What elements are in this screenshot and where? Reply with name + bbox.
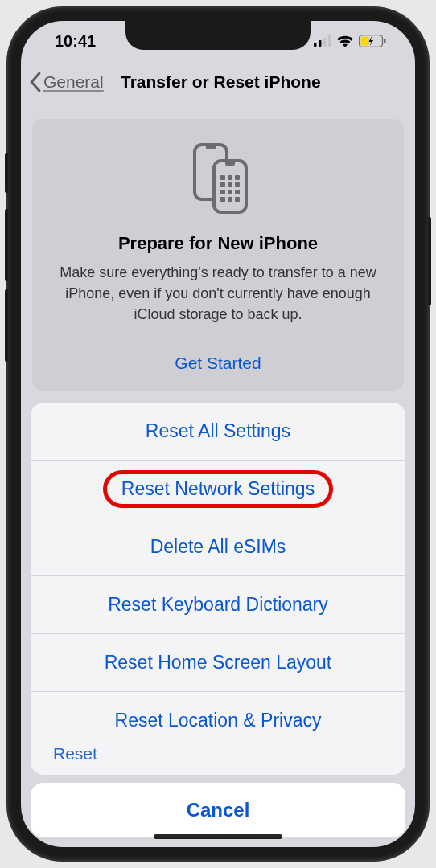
prepare-card: Prepare for New iPhone Make sure everyth…: [32, 119, 404, 391]
svg-rect-16: [235, 182, 240, 187]
reset-keyboard-dictionary-option[interactable]: Reset Keyboard Dictionary: [31, 576, 405, 634]
svg-rect-5: [361, 37, 369, 46]
notch: [125, 21, 311, 50]
svg-rect-15: [228, 182, 232, 187]
reset-location-privacy-option[interactable]: Reset Location & Privacy Reset: [31, 692, 405, 775]
reset-network-settings-option[interactable]: Reset Network Settings: [31, 461, 405, 518]
device-frame: 10:41 General Transfer or Reset iPhone: [8, 8, 428, 860]
svg-rect-0: [314, 43, 317, 47]
status-time: 10:41: [55, 32, 96, 51]
transfer-icon: [50, 140, 386, 217]
home-indicator[interactable]: [154, 834, 282, 839]
svg-rect-2: [323, 38, 327, 47]
svg-rect-13: [235, 175, 240, 180]
svg-rect-3: [328, 35, 331, 47]
reset-all-settings-option[interactable]: Reset All Settings: [31, 403, 405, 461]
underlying-row-peek: Reset: [39, 744, 397, 768]
battery-icon: [359, 35, 386, 47]
svg-rect-8: [206, 145, 216, 149]
power-button: [428, 217, 431, 305]
svg-rect-17: [220, 190, 225, 194]
delete-esims-option[interactable]: Delete All eSIMs: [31, 518, 405, 576]
svg-rect-10: [225, 161, 235, 166]
nav-bar: General Transfer or Reset iPhone: [21, 61, 415, 103]
svg-rect-20: [220, 197, 225, 202]
cellular-icon: [314, 35, 331, 47]
wifi-icon: [336, 35, 354, 47]
chevron-left-icon: [29, 72, 42, 92]
svg-rect-12: [228, 175, 232, 180]
back-label: General: [43, 72, 104, 92]
card-body: Make sure everything's ready to transfer…: [50, 262, 386, 325]
screen: 10:41 General Transfer or Reset iPhone: [21, 21, 415, 847]
svg-rect-14: [220, 182, 225, 187]
svg-rect-6: [384, 39, 386, 43]
reset-options-list: Reset All Settings Reset Network Setting…: [31, 403, 405, 775]
svg-rect-22: [235, 197, 240, 202]
content-area: Prepare for New iPhone Make sure everyth…: [21, 103, 415, 391]
cancel-button[interactable]: Cancel: [31, 783, 405, 837]
reset-home-screen-layout-option[interactable]: Reset Home Screen Layout: [31, 634, 405, 692]
back-button[interactable]: General: [29, 72, 104, 92]
svg-rect-18: [228, 190, 232, 194]
card-title: Prepare for New iPhone: [50, 233, 386, 254]
page-title: Transfer or Reset iPhone: [121, 72, 321, 92]
status-icons: [314, 35, 386, 47]
svg-rect-19: [235, 190, 240, 194]
get-started-button[interactable]: Get Started: [50, 354, 386, 373]
svg-rect-1: [319, 40, 322, 47]
svg-rect-21: [228, 197, 232, 202]
action-sheet: Reset All Settings Reset Network Setting…: [31, 403, 405, 837]
svg-rect-11: [220, 175, 225, 180]
